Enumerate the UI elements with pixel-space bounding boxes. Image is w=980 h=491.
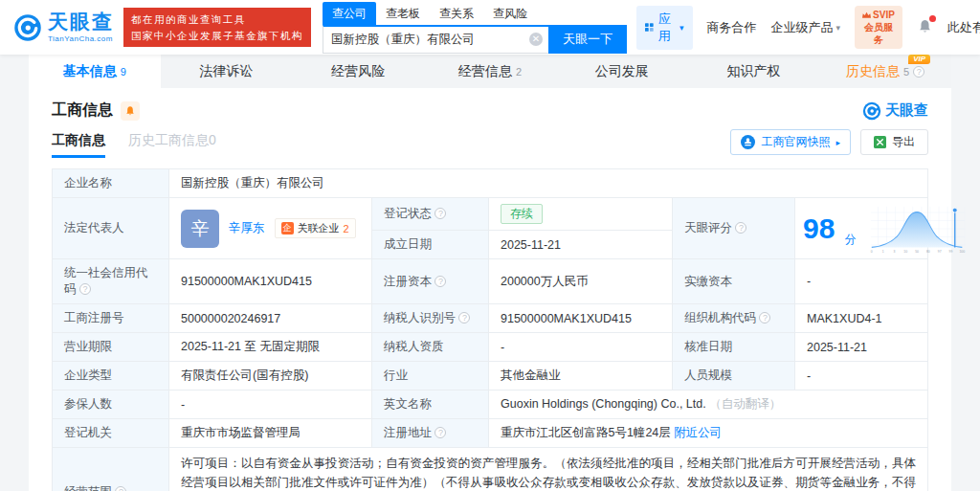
tab-basic-info[interactable]: 基本信息 9: [29, 55, 161, 88]
search-tab-relation[interactable]: 查关系: [430, 2, 483, 25]
chevron-down-icon: ▾: [836, 23, 841, 33]
help-icon[interactable]: ?: [434, 427, 446, 438]
brand-domain: TianYanCha.com: [48, 34, 114, 43]
paid-capital-label: 实缴资本: [673, 259, 795, 304]
score-chart-tick: 80: [926, 249, 930, 253]
business-info-table: 企业名称 国新控股（重庆）有限公司 法定代表人 辛 辛厚东 企 关联企业 2 登…: [52, 168, 928, 491]
business-cooperation-link[interactable]: 商务合作: [707, 19, 757, 36]
subtab-business-info[interactable]: 工商信息: [52, 132, 105, 158]
table-row: 经营范围 ? 许可项目：以自有资金从事投资活动；自有资金投资的资产管理服务。（依…: [53, 448, 928, 491]
nearby-companies-link[interactable]: 附近公司: [674, 426, 722, 439]
taxpayer-quality-label: 纳税人资质: [372, 333, 489, 362]
company-name-value: 国新控股（重庆）有限公司: [169, 169, 928, 198]
reg-address-value: 重庆市江北区创富路5号1幢24层 附近公司: [489, 419, 928, 448]
insured-count-label: 参保人数: [53, 391, 169, 419]
notification-bell[interactable]: [917, 18, 933, 37]
tianyancha-logo-icon: [13, 13, 42, 42]
help-icon[interactable]: ?: [115, 486, 126, 491]
status-badge: 存续: [501, 204, 543, 224]
section-title: 工商信息: [52, 100, 140, 121]
search-tab-company[interactable]: 查公司: [323, 2, 376, 25]
tab-operating-info[interactable]: 经营信息 2: [424, 55, 556, 88]
chevron-down-icon: ▾: [679, 23, 684, 33]
tab-operating-risk[interactable]: 经营风险: [292, 55, 424, 88]
help-icon[interactable]: ?: [759, 312, 770, 324]
brand-slogan: 都在用的商业查询工具 国家中小企业发展子基金旗下机构: [123, 8, 311, 47]
stamp-icon: [741, 135, 755, 149]
apps-menu[interactable]: 应用 ▾: [636, 6, 693, 50]
score-cell[interactable]: 98 分: [795, 198, 928, 259]
industry-value: 其他金融业: [489, 362, 673, 391]
english-name-label: 英文名称: [372, 391, 489, 419]
business-scope-label: 经营范围 ?: [53, 448, 169, 491]
org-code-label: 组织机构代码 ?: [673, 304, 795, 333]
score-value: 98: [803, 212, 835, 245]
related-company-icon: 企: [281, 222, 294, 234]
subtab-history-business-info[interactable]: 历史工商信息0: [128, 132, 216, 158]
related-companies-badge[interactable]: 企 关联企业 2: [275, 218, 356, 238]
help-icon[interactable]: ?: [458, 312, 470, 324]
reg-capital-label: 注册资本 ?: [372, 259, 489, 304]
reg-authority-label: 登记机关: [53, 419, 169, 448]
user-menu[interactable]: 此处有... ▾: [947, 19, 980, 36]
tianyancha-logo-icon: [862, 101, 881, 121]
top-header: 天眼查 TianYanCha.com 都在用的商业查询工具 国家中小企业发展子基…: [0, 0, 980, 55]
table-row: 参保人数 - 英文名称 Guoxin Holdings (Chongqing) …: [53, 391, 928, 419]
tab-history-info[interactable]: VIP 历史信息 5 ?: [819, 55, 951, 88]
help-icon[interactable]: ?: [79, 283, 91, 295]
export-button[interactable]: 导出: [860, 129, 928, 155]
taxpayer-id-value: 91500000MAK1XUD415: [489, 304, 673, 333]
table-row: 法定代表人 辛 辛厚东 企 关联企业 2 登记状态 ? 存续: [53, 198, 928, 231]
table-row: 企业名称 国新控股（重庆）有限公司: [53, 169, 928, 198]
brand-name: 天眼查: [48, 11, 114, 32]
score-chart-tick: 0: [871, 249, 873, 253]
legal-rep-label: 法定代表人: [53, 198, 169, 259]
credit-code-label: 统一社会信用代码 ?: [53, 259, 169, 304]
score-chart-tick: 99: [949, 249, 953, 253]
avatar[interactable]: 辛: [181, 210, 219, 248]
score-label: 天眼评分 ?: [673, 198, 795, 259]
tab-company-development[interactable]: 公司发展: [556, 55, 688, 88]
establish-date-label: 成立日期: [372, 231, 489, 259]
approval-date-label: 核准日期: [673, 333, 795, 362]
org-code-value: MAK1XUD4-1: [795, 304, 928, 333]
taxpayer-quality-value: -: [489, 333, 673, 362]
tab-intellectual-property[interactable]: 知识产权: [688, 55, 820, 88]
vip-ribbon: VIP: [908, 55, 930, 64]
help-icon[interactable]: ?: [434, 276, 446, 287]
taxpayer-id-label: 纳税人识别号 ?: [372, 304, 489, 333]
table-row: 统一社会信用代码 ? 91500000MAK1XUD415 注册资本 ? 200…: [53, 259, 928, 304]
search-area: 查公司 查老板 查关系 查风险 ✕ 天眼一下: [323, 2, 627, 54]
help-icon[interactable]: ?: [434, 208, 446, 219]
svip-member-badge[interactable]: SVIP 会员服务: [855, 6, 902, 49]
search-input[interactable]: [323, 33, 529, 46]
subtabs: 工商信息 历史工商信息0: [52, 132, 216, 158]
score-chart-tick: 100: [960, 249, 966, 253]
tab-legal-proceedings[interactable]: 法律诉讼: [161, 55, 293, 88]
legal-rep-cell: 辛 辛厚东 企 关联企业 2: [169, 198, 372, 259]
company-type-value: 有限责任公司(国有控股): [169, 362, 372, 391]
approval-date-value: 2025-11-21: [795, 333, 928, 362]
help-icon[interactable]: ?: [913, 66, 924, 78]
legal-rep-name-link[interactable]: 辛厚东: [229, 220, 265, 236]
notification-dot: [929, 15, 936, 22]
enterprise-products-menu[interactable]: 企业级产品 ▾: [771, 19, 841, 36]
reg-number-label: 工商注册号: [53, 304, 169, 333]
score-chart-tick: 97: [938, 249, 942, 253]
search-box: ✕ 天眼一下: [323, 25, 627, 54]
business-term-value: 2025-11-21 至 无固定期限: [169, 333, 372, 362]
insured-count-value: -: [169, 391, 372, 419]
search-tab-boss[interactable]: 查老板: [376, 2, 430, 25]
help-icon[interactable]: ?: [735, 222, 746, 234]
company-tab-bar: 基本信息 9 法律诉讼 经营风险 经营信息 2 公司发展 知识产权 VIP 历史…: [29, 55, 951, 88]
auto-translate-note: （自动翻译）: [709, 397, 781, 411]
tianyancha-logo[interactable]: 天眼查 TianYanCha.com: [13, 11, 114, 43]
staff-size-value: -: [795, 362, 928, 391]
search-tab-risk[interactable]: 查风险: [483, 2, 537, 25]
official-snapshot-button[interactable]: 工商官网快照 ▸: [730, 129, 851, 155]
announcement-icon[interactable]: [121, 101, 140, 121]
search-button[interactable]: 天眼一下: [548, 25, 627, 54]
reg-status-value: 存续: [489, 198, 673, 231]
clear-icon[interactable]: ✕: [529, 33, 543, 46]
table-row: 登记机关 重庆市市场监督管理局 注册地址 ? 重庆市江北区创富路5号1幢24层 …: [53, 419, 928, 448]
